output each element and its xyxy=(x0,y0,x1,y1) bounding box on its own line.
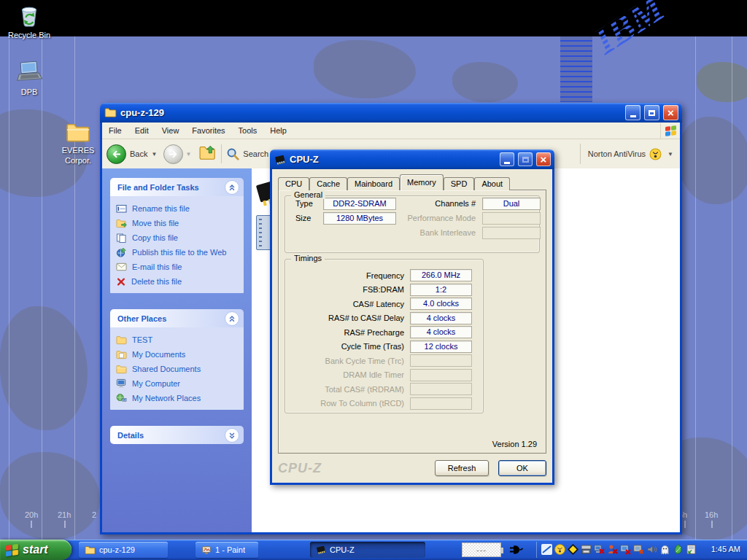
up-button[interactable] xyxy=(199,145,217,163)
task-publish-this-file[interactable]: Publish this file to the Web xyxy=(116,245,239,260)
print-spooler-icon[interactable] xyxy=(581,544,592,555)
bank-interleave-label: Bank Interleave xyxy=(396,228,482,237)
norton-antivirus-icon[interactable] xyxy=(554,544,565,555)
ok-button[interactable]: OK xyxy=(498,460,546,476)
network-meter-icon[interactable] xyxy=(541,544,552,555)
timing-row-ras-precharge: RAS# Precharge 4 clocks xyxy=(285,325,483,340)
chip-icon xyxy=(316,545,326,555)
timing-row-fsb-dram: FSB:DRAM 1:2 xyxy=(285,283,483,298)
place-my-documents[interactable]: My Documents xyxy=(116,347,239,362)
volume-icon[interactable] xyxy=(646,544,657,555)
ac-plug-icon[interactable] xyxy=(509,544,524,559)
row-to-column-field xyxy=(410,397,472,410)
tab-spd[interactable]: SPD xyxy=(444,177,475,190)
place-test[interactable]: TEST xyxy=(116,332,239,347)
folder-icon xyxy=(116,335,127,345)
details-pane: Details xyxy=(110,426,244,444)
desktop-icon-everes[interactable]: EVERES Corpor. xyxy=(55,122,101,165)
timing-row-cas-latency: CAS# Latency 4.0 clocks xyxy=(285,297,483,311)
menu-edit[interactable]: Edit xyxy=(128,123,155,139)
mail-notification-icon[interactable] xyxy=(568,544,578,555)
close-button[interactable]: × xyxy=(536,152,551,166)
tab-cache[interactable]: Cache xyxy=(309,177,347,190)
menu-favorites[interactable]: Favorites xyxy=(185,123,231,139)
minimize-button[interactable] xyxy=(625,105,640,120)
performance-mode-label: Performance Mode xyxy=(396,214,482,222)
expand-chevron-icon[interactable] xyxy=(225,428,239,443)
close-button[interactable]: × xyxy=(663,105,678,120)
timezone-tick xyxy=(31,521,32,528)
maximize-button-disabled xyxy=(518,152,533,166)
collapse-chevron-icon[interactable] xyxy=(225,311,239,326)
timing-row-dram-idle-timer: DRAM Idle Timer xyxy=(285,368,483,383)
dram-idle-timer-field xyxy=(410,369,472,381)
display-alert-icon[interactable] xyxy=(633,544,644,555)
back-button[interactable] xyxy=(107,144,126,164)
network-disconnected-icon[interactable] xyxy=(594,544,605,555)
windows-logo-icon xyxy=(660,123,680,139)
forward-button[interactable] xyxy=(163,144,183,164)
task-rename-this-file[interactable]: Rename this file xyxy=(116,201,239,216)
other-places-header[interactable]: Other Places xyxy=(110,309,244,327)
delete-icon xyxy=(116,277,126,287)
folder-shared-icon xyxy=(116,365,127,374)
explorer-titlebar[interactable]: cpu-z-129 × xyxy=(100,103,682,122)
timezone-line xyxy=(9,36,9,540)
norton-dropdown-icon[interactable]: ▼ xyxy=(667,151,673,158)
battery-meter[interactable]: --- xyxy=(462,542,501,557)
channels-field: Dual xyxy=(482,198,541,210)
place-shared-documents[interactable]: Shared Documents xyxy=(116,362,239,376)
norton-icon xyxy=(649,148,662,160)
desktop-icon-recycle-bin[interactable]: Recycle Bin xyxy=(1,3,57,39)
minimize-button[interactable] xyxy=(500,152,514,166)
publish-icon xyxy=(116,247,127,257)
start-button[interactable]: start xyxy=(0,540,71,560)
system-utility-icon[interactable] xyxy=(673,544,684,555)
desktop-icon-dpb[interactable]: DPB xyxy=(1,60,57,96)
refresh-button[interactable]: Refresh xyxy=(435,460,489,476)
taskbar-button-explorer[interactable]: cpu-z-129 xyxy=(79,542,168,558)
menu-file[interactable]: File xyxy=(102,123,128,139)
tab-cpu[interactable]: CPU xyxy=(278,177,309,190)
computer-alert-icon[interactable] xyxy=(620,544,631,555)
back-dropdown-icon[interactable]: ▼ xyxy=(151,151,157,158)
move-icon xyxy=(116,219,127,228)
cpuz-titlebar[interactable]: CPU-Z × xyxy=(270,149,554,169)
menu-help[interactable]: Help xyxy=(263,123,293,139)
copy-icon xyxy=(116,233,127,243)
messenger-offline-icon[interactable] xyxy=(607,544,618,555)
forward-dropdown-icon[interactable]: ▼ xyxy=(185,151,191,158)
task-move-this-file[interactable]: Move this file xyxy=(116,216,239,230)
maximize-button[interactable] xyxy=(644,105,659,120)
task-copy-this-file[interactable]: Copy this file xyxy=(116,230,239,245)
performance-mode-field xyxy=(482,212,541,225)
tab-mainboard[interactable]: Mainboard xyxy=(347,177,400,190)
menu-tools[interactable]: Tools xyxy=(232,123,264,139)
cas-latency-field: 4.0 clocks xyxy=(410,298,472,310)
file-tasks-header[interactable]: File and Folder Tasks xyxy=(110,178,244,196)
search-icon xyxy=(226,147,240,161)
collapse-chevron-icon[interactable] xyxy=(225,180,239,195)
timezone-line xyxy=(42,36,42,540)
ghost-app-icon[interactable] xyxy=(659,544,670,555)
taskbar-clock[interactable]: 1:45 AM xyxy=(711,545,740,553)
place-my-network-places[interactable]: My Network Places xyxy=(116,391,239,405)
memory-tab-page: General Type DDR2-SDRAM Channels # Dual … xyxy=(278,190,546,454)
bank-cycle-time-field xyxy=(410,354,472,367)
desktop-icon-label: Corpor. xyxy=(55,156,101,165)
search-button[interactable]: Search xyxy=(226,147,268,161)
total-cas-field xyxy=(410,383,472,395)
details-header[interactable]: Details xyxy=(110,426,244,444)
desktop-icon-label: EVERES xyxy=(55,146,101,155)
task-email-this-file[interactable]: E-mail this file xyxy=(116,260,239,274)
task-delete-this-file[interactable]: Delete this file xyxy=(116,274,239,289)
tab-about[interactable]: About xyxy=(474,177,510,190)
taskbar-button-paint[interactable]: 1 - Paint xyxy=(196,542,258,558)
place-my-computer[interactable]: My Computer xyxy=(116,376,239,391)
tab-memory[interactable]: Memory xyxy=(400,174,444,190)
removable-media-icon[interactable] xyxy=(686,544,697,555)
menu-view[interactable]: View xyxy=(155,123,186,139)
explorer-task-pane: File and Folder Tasks Rename xyxy=(102,168,252,532)
taskbar-button-cpuz[interactable]: CPU-Z xyxy=(310,542,425,558)
norton-antivirus-button[interactable]: Norton AntiVirus ▼ xyxy=(580,144,676,164)
